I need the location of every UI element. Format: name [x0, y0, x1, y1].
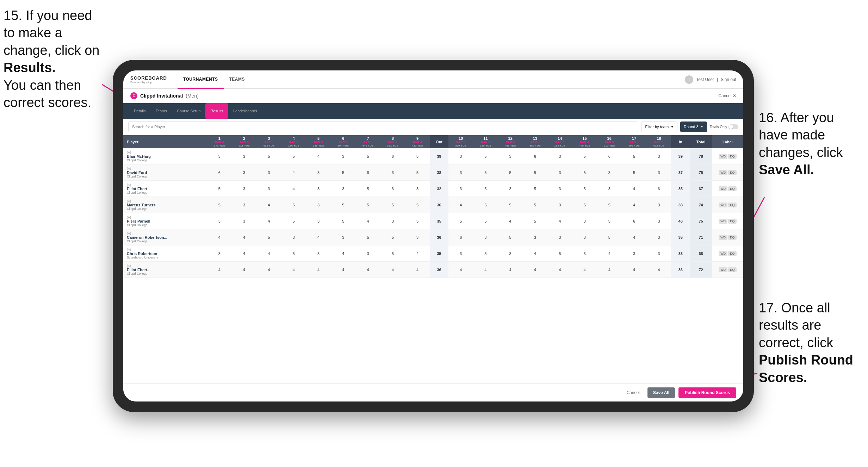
- score-front-3[interactable]: 4: [256, 197, 281, 213]
- nav-tournaments[interactable]: TOURNAMENTS: [178, 70, 224, 89]
- score-front-8[interactable]: 5: [380, 245, 405, 262]
- score-front-2[interactable]: 3: [232, 181, 256, 197]
- score-front-3[interactable]: 3: [256, 164, 281, 181]
- score-front-3[interactable]: 5: [256, 229, 281, 245]
- score-back-12[interactable]: 5: [498, 164, 523, 181]
- score-front-5[interactable]: 3: [306, 164, 331, 181]
- score-back-11[interactable]: 5: [473, 213, 498, 229]
- wd-button[interactable]: WD: [719, 186, 727, 191]
- score-front-8[interactable]: 6: [380, 148, 405, 164]
- score-front-5[interactable]: 3: [306, 197, 331, 213]
- score-back-12[interactable]: 5: [498, 197, 523, 213]
- score-back-17[interactable]: 6: [622, 213, 646, 229]
- score-front-5[interactable]: 4: [306, 229, 331, 245]
- score-back-14[interactable]: 3: [547, 197, 572, 213]
- score-back-17[interactable]: 4: [622, 181, 646, 197]
- score-back-14[interactable]: 3: [547, 148, 572, 164]
- score-back-10[interactable]: 4: [448, 197, 473, 213]
- score-back-18[interactable]: 3: [646, 164, 671, 181]
- score-back-12[interactable]: 3: [498, 181, 523, 197]
- search-input[interactable]: [128, 122, 638, 132]
- score-front-1[interactable]: 3: [207, 245, 232, 262]
- score-back-18[interactable]: 4: [646, 262, 671, 278]
- score-front-9[interactable]: 4: [405, 245, 430, 262]
- score-back-12[interactable]: 5: [498, 229, 523, 245]
- score-back-16[interactable]: 3: [597, 181, 622, 197]
- score-front-6[interactable]: 3: [331, 148, 355, 164]
- score-back-16[interactable]: 6: [597, 148, 622, 164]
- score-front-1[interactable]: 4: [207, 229, 232, 245]
- score-back-10[interactable]: 3: [448, 181, 473, 197]
- score-front-3[interactable]: 4: [256, 245, 281, 262]
- wd-button[interactable]: WD: [719, 170, 727, 175]
- score-back-13[interactable]: 3: [523, 229, 547, 245]
- score-back-10[interactable]: 3: [448, 148, 473, 164]
- score-front-3[interactable]: 4: [256, 213, 281, 229]
- score-back-11[interactable]: 5: [473, 148, 498, 164]
- score-back-16[interactable]: 5: [597, 213, 622, 229]
- save-all-button[interactable]: Save All: [647, 387, 675, 398]
- dq-button[interactable]: DQ: [728, 267, 737, 272]
- score-back-10[interactable]: 3: [448, 245, 473, 262]
- score-front-6[interactable]: 5: [331, 213, 355, 229]
- score-back-15[interactable]: 5: [572, 181, 597, 197]
- score-back-11[interactable]: 5: [473, 197, 498, 213]
- score-back-16[interactable]: 5: [597, 197, 622, 213]
- score-back-15[interactable]: 3: [572, 213, 597, 229]
- score-back-11[interactable]: 5: [473, 164, 498, 181]
- filter-team-dropdown[interactable]: Filter by team ▼: [641, 122, 677, 132]
- cancel-tournament-btn[interactable]: Cancel ✕: [718, 93, 736, 98]
- score-front-3[interactable]: 3: [256, 181, 281, 197]
- score-back-17[interactable]: 4: [622, 262, 646, 278]
- score-front-6[interactable]: 5: [331, 164, 355, 181]
- wd-button[interactable]: WD: [719, 219, 727, 224]
- score-back-12[interactable]: 4: [498, 262, 523, 278]
- tab-results[interactable]: Results: [205, 103, 228, 119]
- score-front-4[interactable]: 4: [281, 181, 306, 197]
- score-front-8[interactable]: 5: [380, 197, 405, 213]
- score-back-13[interactable]: 4: [523, 262, 547, 278]
- score-front-1[interactable]: 4: [207, 262, 232, 278]
- score-front-6[interactable]: 3: [331, 229, 355, 245]
- score-front-7[interactable]: 5: [355, 181, 380, 197]
- wd-button[interactable]: WD: [719, 251, 727, 256]
- score-back-15[interactable]: 3: [572, 229, 597, 245]
- score-front-9[interactable]: 3: [405, 181, 430, 197]
- score-front-8[interactable]: 3: [380, 164, 405, 181]
- score-front-4[interactable]: 5: [281, 213, 306, 229]
- score-front-6[interactable]: 4: [331, 262, 355, 278]
- score-back-16[interactable]: 4: [597, 245, 622, 262]
- score-back-14[interactable]: 3: [547, 229, 572, 245]
- score-front-4[interactable]: 4: [281, 164, 306, 181]
- score-front-5[interactable]: 4: [306, 148, 331, 164]
- score-back-18[interactable]: 3: [646, 148, 671, 164]
- tab-leaderboards[interactable]: Leaderboards: [228, 103, 262, 119]
- score-back-17[interactable]: 5: [622, 148, 646, 164]
- totals-only-toggle[interactable]: Totals Only: [710, 124, 738, 129]
- score-back-18[interactable]: 3: [646, 245, 671, 262]
- score-front-9[interactable]: 5: [405, 197, 430, 213]
- score-back-17[interactable]: 4: [622, 229, 646, 245]
- score-front-4[interactable]: 5: [281, 148, 306, 164]
- wd-button[interactable]: WD: [719, 203, 727, 207]
- score-front-6[interactable]: 4: [331, 245, 355, 262]
- score-front-1[interactable]: 3: [207, 148, 232, 164]
- score-front-2[interactable]: 4: [232, 245, 256, 262]
- score-back-18[interactable]: 3: [646, 197, 671, 213]
- score-front-3[interactable]: 5: [256, 148, 281, 164]
- score-front-3[interactable]: 4: [256, 262, 281, 278]
- score-front-7[interactable]: 5: [355, 229, 380, 245]
- sign-out-link[interactable]: Sign out: [721, 77, 736, 82]
- toggle-switch[interactable]: [728, 124, 738, 129]
- score-back-12[interactable]: 4: [498, 213, 523, 229]
- score-front-7[interactable]: 3: [355, 245, 380, 262]
- dq-button[interactable]: DQ: [728, 235, 737, 240]
- score-back-15[interactable]: 5: [572, 197, 597, 213]
- score-back-16[interactable]: 5: [597, 229, 622, 245]
- score-front-4[interactable]: 5: [281, 197, 306, 213]
- score-front-2[interactable]: 3: [232, 164, 256, 181]
- score-front-7[interactable]: 5: [355, 148, 380, 164]
- score-back-10[interactable]: 4: [448, 262, 473, 278]
- score-front-6[interactable]: 5: [331, 197, 355, 213]
- score-front-8[interactable]: 3: [380, 213, 405, 229]
